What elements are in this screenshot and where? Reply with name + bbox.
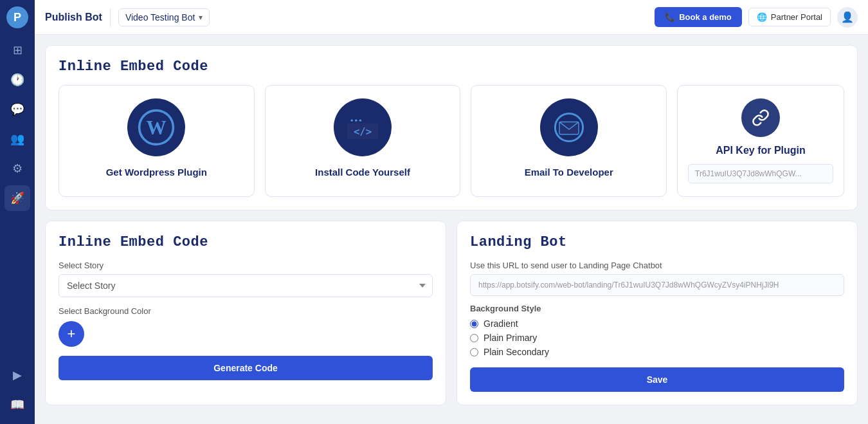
- content-area: Inline Embed Code W Get Wordpress Plugin: [35, 35, 868, 424]
- svg-point-7: [355, 119, 357, 122]
- save-button[interactable]: Save: [470, 367, 844, 392]
- wordpress-icon: W: [137, 108, 176, 147]
- email-developer-option[interactable]: Email To Developer: [471, 85, 667, 197]
- plain-secondary-label: Plain Secondary: [484, 347, 549, 357]
- gradient-radio[interactable]: [470, 320, 478, 328]
- inline-embed-title: Inline Embed Code: [59, 234, 433, 250]
- header-logo: Publish Bot: [45, 12, 102, 23]
- book-demo-button[interactable]: 📞 Book a demo: [655, 7, 742, 27]
- api-key-card: API Key for Plugin: [677, 85, 844, 197]
- install-icon-circle: </>: [334, 98, 392, 156]
- gradient-label: Gradient: [484, 318, 518, 329]
- bg-color-label: Select Background Color: [59, 306, 433, 316]
- landing-bot-title: Landing Bot: [470, 234, 844, 250]
- sidebar-item-users[interactable]: 👥: [5, 126, 30, 152]
- plain-primary-radio[interactable]: [470, 334, 478, 342]
- header: Publish Bot Video Testing Bot ▾ 📞 Book a…: [35, 0, 868, 35]
- plain-secondary-option[interactable]: Plain Secondary: [470, 347, 844, 357]
- story-select[interactable]: Select Story: [59, 274, 433, 297]
- sidebar-item-book[interactable]: 📖: [5, 392, 30, 418]
- header-divider: [110, 8, 111, 26]
- story-label: Select Story: [59, 261, 433, 270]
- partner-icon: 🌐: [757, 12, 767, 22]
- add-color-button[interactable]: +: [59, 321, 84, 347]
- bot-name: Video Testing Bot: [125, 12, 195, 23]
- landing-bot-description: Use this URL to send user to Landing Pag…: [470, 261, 844, 270]
- phone-icon: 📞: [665, 12, 675, 22]
- chevron-down-icon: ▾: [199, 13, 203, 22]
- generate-code-button[interactable]: Generate Code: [59, 356, 433, 380]
- sidebar: P ⊞ 🕐 💬 👥 ⚙ 🚀 ▶ 📖: [0, 0, 35, 424]
- svg-point-8: [359, 119, 362, 122]
- install-code-option[interactable]: </> Install Code Yourself: [265, 85, 461, 197]
- inline-embed-form: Inline Embed Code Select Story Select St…: [45, 221, 446, 405]
- api-key-input[interactable]: [688, 164, 833, 183]
- user-avatar[interactable]: 👤: [837, 7, 858, 28]
- wordpress-icon-circle: W: [127, 98, 185, 156]
- plain-primary-label: Plain Primary: [484, 333, 537, 343]
- api-icon: [741, 98, 780, 137]
- top-card-title: Inline Embed Code: [59, 59, 844, 75]
- plain-secondary-radio[interactable]: [470, 348, 478, 356]
- bg-style-options: Gradient Plain Primary Plain Secondary: [470, 318, 844, 357]
- bg-style-label: Background Style: [470, 304, 844, 313]
- plus-icon: +: [68, 326, 76, 342]
- api-key-title: API Key for Plugin: [716, 145, 806, 156]
- sidebar-item-settings[interactable]: ⚙: [5, 156, 30, 181]
- email-icon-circle: [540, 98, 598, 156]
- svg-text:W: W: [147, 116, 167, 139]
- link-icon: [752, 109, 770, 127]
- partner-portal-button[interactable]: 🌐 Partner Portal: [748, 8, 831, 26]
- embed-options-row: W Get Wordpress Plugin: [59, 85, 844, 197]
- user-icon: 👤: [841, 11, 854, 23]
- wordpress-option[interactable]: W Get Wordpress Plugin: [59, 85, 255, 197]
- sidebar-item-chat[interactable]: 💬: [5, 97, 30, 122]
- sidebar-item-video[interactable]: ▶: [5, 362, 30, 388]
- bot-selector[interactable]: Video Testing Bot ▾: [118, 8, 210, 26]
- svg-point-6: [350, 119, 353, 122]
- wordpress-label: Get Wordpress Plugin: [106, 167, 207, 178]
- sidebar-bottom: ▶ 📖: [5, 362, 30, 418]
- main-content: Publish Bot Video Testing Bot ▾ 📞 Book a…: [35, 0, 868, 424]
- top-embed-card: Inline Embed Code W Get Wordpress Plugin: [45, 45, 858, 210]
- svg-text:</>: </>: [354, 126, 372, 138]
- sidebar-item-dashboard[interactable]: ⊞: [5, 37, 30, 63]
- header-right: 📞 Book a demo 🌐 Partner Portal 👤: [655, 7, 858, 28]
- sidebar-item-history[interactable]: 🕐: [5, 67, 30, 93]
- email-developer-label: Email To Developer: [525, 167, 613, 178]
- sidebar-item-rocket[interactable]: 🚀: [5, 185, 30, 211]
- code-icon: </>: [343, 108, 382, 147]
- email-icon: [550, 108, 588, 147]
- bottom-row: Inline Embed Code Select Story Select St…: [45, 221, 858, 405]
- landing-url-input[interactable]: [470, 274, 844, 296]
- install-code-label: Install Code Yourself: [315, 167, 410, 178]
- landing-bot-form: Landing Bot Use this URL to send user to…: [457, 221, 858, 405]
- app-logo[interactable]: P: [6, 6, 28, 28]
- gradient-option[interactable]: Gradient: [470, 318, 844, 329]
- plain-primary-option[interactable]: Plain Primary: [470, 333, 844, 343]
